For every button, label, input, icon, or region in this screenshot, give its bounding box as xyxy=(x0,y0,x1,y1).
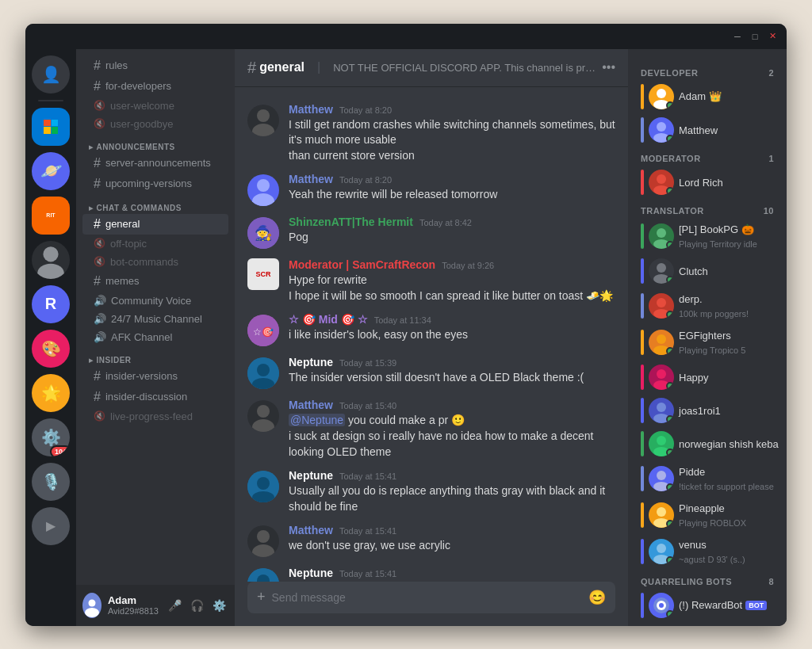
member-item-norwegian[interactable]: norwegian shish keba xyxy=(634,428,780,460)
server-icon-yellow[interactable]: 🌟 xyxy=(32,374,70,412)
message-text: @Neptune you could make a pr 🙂i suck at … xyxy=(289,413,615,460)
svg-point-18 xyxy=(257,477,270,490)
server-icon-arrow[interactable]: ▶ xyxy=(32,507,70,545)
message-timestamp: Today at 9:26 xyxy=(442,261,494,270)
member-item-clutch[interactable]: Clutch xyxy=(634,255,780,287)
avatar xyxy=(247,568,279,581)
member-name-area: Happy xyxy=(679,370,774,384)
deafen-button[interactable]: 🎧 xyxy=(187,596,206,615)
member-item-pidde[interactable]: Pidde !ticket for support please xyxy=(634,461,780,496)
server-icon-colorful[interactable]: 🎨 xyxy=(32,330,70,368)
maximize-button[interactable]: □ xyxy=(750,32,760,41)
svg-point-1 xyxy=(37,263,64,278)
member-name-area: Pidde !ticket for support please xyxy=(679,464,774,493)
footer-avatar xyxy=(82,593,102,618)
channel-community-voice[interactable]: 🔊 Community Voice xyxy=(82,292,228,310)
members-sidebar: Developer 2 Adam 👑 xyxy=(628,49,787,626)
server-icon-person[interactable] xyxy=(32,241,70,279)
channel-memes[interactable]: # memes xyxy=(82,271,228,292)
channel-general[interactable]: # general xyxy=(82,214,228,235)
message-text: Yeah the rewrite will be released tomorr… xyxy=(289,187,615,203)
members-category-bots: Quarreling Bots 8 xyxy=(634,571,780,590)
channel-rules[interactable]: # rules xyxy=(82,55,228,76)
member-item-happy[interactable]: Happy xyxy=(634,361,780,393)
more-options-icon[interactable]: ••• xyxy=(602,60,615,74)
member-item-matthew[interactable]: Matthew xyxy=(634,114,780,146)
channel-server-announcements[interactable]: # server-announcements xyxy=(82,153,228,174)
channel-upcoming-versions[interactable]: # upcoming-versions xyxy=(82,174,228,194)
channel-name-label: AFK Channel xyxy=(111,331,172,343)
channel-voice-icon: 🔊 xyxy=(94,295,106,307)
member-name-area: Pineapple Playing ROBLOX xyxy=(679,501,774,529)
svg-point-42 xyxy=(657,298,666,307)
member-item-derp[interactable]: derp. 100k mp poggers! xyxy=(634,288,780,323)
message-author: Matthew xyxy=(289,399,333,411)
member-item-egfighters[interactable]: EGFighters Playing Tropico 5 xyxy=(634,325,780,360)
server-icon-mic[interactable]: 🎙️ xyxy=(32,463,70,501)
status-indicator xyxy=(666,449,674,456)
settings-button[interactable]: ⚙️ xyxy=(209,596,228,615)
server-icon-orbit[interactable]: 🪐 xyxy=(32,152,70,190)
member-item-rewardbot[interactable]: (!) RewardBot BOT xyxy=(634,590,780,621)
member-item-bookpg[interactable]: [PL] BookPG 🎃 Playing Territory idle xyxy=(634,219,780,254)
svg-point-21 xyxy=(252,544,274,557)
message-author: Matthew xyxy=(289,173,333,185)
message-group: Neptune Today at 15:41 Usually all you d… xyxy=(235,466,628,517)
member-item-venus[interactable]: venus ~agust D 93' (s..) xyxy=(634,534,780,569)
channel-name-label: off-topic xyxy=(110,238,147,250)
user-icon[interactable]: 👤 xyxy=(32,55,70,94)
minimize-button[interactable]: ─ xyxy=(733,32,742,41)
message-content: Matthew Today at 15:40 @Neptune you coul… xyxy=(289,399,615,460)
message-header: Matthew Today at 8:20 xyxy=(289,173,615,185)
message-input[interactable] xyxy=(272,582,582,613)
channel-hash-icon: # xyxy=(94,177,101,191)
channel-bot-commands[interactable]: 🔇 bot-commands xyxy=(82,253,228,271)
message-header: Neptune Today at 15:41 xyxy=(289,469,615,482)
message-group: Neptune Today at 15:41 have you ever tur… xyxy=(235,563,628,581)
emoji-icon[interactable]: 😊 xyxy=(588,589,606,606)
message-author: Moderator | SamCraftRecon xyxy=(289,258,435,271)
svg-point-40 xyxy=(657,263,666,273)
member-name: Matthew xyxy=(679,124,718,136)
channel-off-topic[interactable]: 🔇 off-topic xyxy=(82,235,228,253)
message-timestamp: Today at 15:41 xyxy=(339,569,396,578)
channel-live-progress-feed[interactable]: 🔇 live-progress-feed xyxy=(82,407,228,426)
channel-music[interactable]: 🔊 24/7 Music Channel xyxy=(82,310,228,328)
svg-point-46 xyxy=(657,369,666,379)
channel-muted-icon: 🔇 xyxy=(94,100,105,111)
channel-for-developers[interactable]: # for-developers xyxy=(82,76,228,97)
footer-controls: 🎤 🎧 ⚙️ xyxy=(165,596,228,615)
member-item-pineapple[interactable]: Pineapple Playing ROBLOX xyxy=(634,498,780,533)
server-icon-rit[interactable]: RIT xyxy=(32,197,70,235)
status-indicator xyxy=(666,610,674,618)
channel-voice-icon: 🔊 xyxy=(94,313,106,325)
server-icon-windows[interactable] xyxy=(32,108,70,146)
svg-point-56 xyxy=(657,544,666,553)
channel-hash-icon: # xyxy=(94,79,101,94)
channel-sidebar: # rules # for-developers 🔇 user-welcome … xyxy=(76,49,235,626)
attach-icon[interactable]: + xyxy=(257,589,266,605)
channel-insider-versions[interactable]: # insider-versions xyxy=(82,366,228,387)
avatar xyxy=(649,593,674,618)
members-category-translator: Translator 10 xyxy=(634,200,780,219)
channel-hash-icon: # xyxy=(94,156,101,170)
member-item-adam[interactable]: Adam 👑 xyxy=(634,81,780,113)
message-group: Matthew Today at 15:40 @Neptune you coul… xyxy=(235,395,628,463)
server-icon-gear[interactable]: ⚙️ 104 xyxy=(32,418,70,456)
member-item-lord-rich[interactable]: Lord Rich xyxy=(634,166,780,198)
channel-user-goodbye[interactable]: 🔇 user-goodbye xyxy=(82,115,228,133)
message-author: Neptune xyxy=(289,567,333,579)
member-name: Happy xyxy=(679,372,709,384)
channel-user-welcome[interactable]: 🔇 user-welcome xyxy=(82,97,228,115)
channel-insider-discussion[interactable]: # insider-discussion xyxy=(82,387,228,407)
channel-afk[interactable]: 🔊 AFK Channel xyxy=(82,328,228,346)
channel-hash-icon: # xyxy=(94,274,101,288)
message-text: Usually all you do is replace anything t… xyxy=(289,483,615,514)
member-name-area: derp. 100k mp poggers! xyxy=(679,292,774,320)
svg-point-48 xyxy=(657,403,666,412)
close-button[interactable]: ✕ xyxy=(768,32,777,41)
channel-name-label: memes xyxy=(105,275,140,287)
server-icon-r[interactable]: R xyxy=(32,285,70,323)
mute-button[interactable]: 🎤 xyxy=(165,596,184,615)
member-item-joas1roi1[interactable]: joas1roi1 xyxy=(634,395,780,426)
